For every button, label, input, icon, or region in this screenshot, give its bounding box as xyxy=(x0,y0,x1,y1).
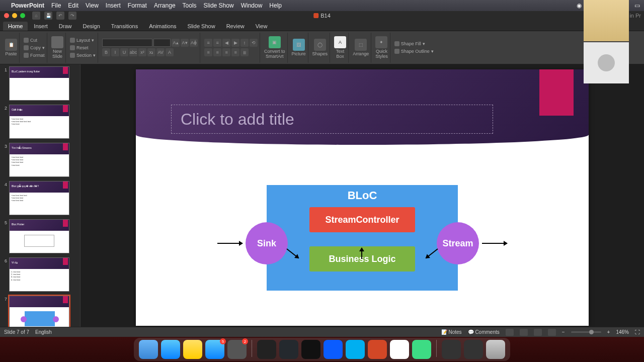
terminal-icon[interactable] xyxy=(301,340,320,359)
format-painter-button[interactable]: Format xyxy=(24,52,45,59)
zoom-level[interactable]: 146% xyxy=(616,329,629,335)
increase-indent-button[interactable]: ▶ xyxy=(231,39,239,47)
convert-smartart-icon[interactable]: ▣ xyxy=(269,36,281,48)
slide-thumbnail-5[interactable]: Bloc Flutter xyxy=(9,219,69,253)
slide-thumbnail-1[interactable]: BLoC pattern trong flutter xyxy=(9,66,69,101)
arrow-in[interactable] xyxy=(217,243,243,244)
language-indicator[interactable]: English xyxy=(35,329,52,335)
slide-thumbnail-3[interactable]: Tìm hiểu Streams• text text text• text t… xyxy=(9,143,69,177)
zoom-out-button[interactable]: − xyxy=(562,329,565,335)
menu-view[interactable]: View xyxy=(86,2,99,9)
sorter-view-button[interactable] xyxy=(520,329,528,336)
menu-help[interactable]: Help xyxy=(269,2,282,9)
home-icon[interactable]: ⌂ xyxy=(32,12,40,20)
columns-button[interactable]: ⫼ xyxy=(240,48,249,56)
italic-button[interactable]: I xyxy=(111,48,119,56)
slide-thumbnail-6[interactable]: Ví dụ1. text text2. text text3. text tex… xyxy=(9,257,69,292)
comments-button[interactable]: 💬 Comments xyxy=(468,329,500,335)
bullets-button[interactable]: ≡ xyxy=(204,39,212,47)
layout-button[interactable]: Layout ▾ xyxy=(70,37,96,44)
sink-circle[interactable]: Sink xyxy=(246,222,288,264)
minimize-window-button[interactable] xyxy=(12,13,17,18)
appstore-icon[interactable]: 5 xyxy=(205,340,224,359)
status-icon[interactable]: ◉ xyxy=(577,2,582,9)
tab-draw[interactable]: Draw xyxy=(54,22,77,31)
menu-slideshow[interactable]: Slide Show xyxy=(204,2,234,9)
notes-button[interactable]: 📝 Notes xyxy=(441,329,462,335)
slide-thumbnail-2[interactable]: Giới thiệu• text text text• text text te… xyxy=(9,105,69,139)
tab-insert[interactable]: Insert xyxy=(29,22,53,31)
font-color-button[interactable]: A xyxy=(166,48,174,56)
shapes-icon[interactable]: ◯ xyxy=(314,39,326,51)
align-center-button[interactable]: ≡ xyxy=(213,48,221,56)
fit-window-button[interactable]: ⛶ xyxy=(635,329,640,335)
zoom-icon[interactable] xyxy=(324,340,343,359)
reading-view-button[interactable] xyxy=(534,329,542,336)
shape-fill-button[interactable]: Shape Fill ▾ xyxy=(394,40,434,47)
tab-transitions[interactable]: Transitions xyxy=(106,22,143,31)
battery-icon[interactable]: ▭ xyxy=(634,2,640,9)
decrease-font-icon[interactable]: A▾ xyxy=(181,39,189,47)
numbering-button[interactable]: ≡ xyxy=(213,39,221,47)
menu-file[interactable]: File xyxy=(51,2,61,9)
copy-button[interactable]: Copy ▾ xyxy=(24,44,45,51)
tab-animations[interactable]: Animations xyxy=(144,22,181,31)
picture-icon[interactable]: 🖼 xyxy=(293,39,305,51)
reset-button[interactable]: Reset xyxy=(70,44,96,51)
align-left-button[interactable]: ≡ xyxy=(204,48,212,56)
bloc-diagram[interactable]: BLoC StreamController Business Logic Sin… xyxy=(254,185,470,291)
settings-icon[interactable]: 2 xyxy=(227,340,247,359)
bold-button[interactable]: B xyxy=(102,48,110,56)
arrow-out[interactable] xyxy=(482,243,507,244)
justify-button[interactable]: ≡ xyxy=(231,48,239,56)
arrow-up[interactable] xyxy=(361,248,362,259)
arrow-diag-1[interactable] xyxy=(286,248,299,258)
activity-monitor-icon[interactable] xyxy=(257,340,276,359)
slide-canvas[interactable]: Click to add title BLoC StreamController… xyxy=(80,64,644,327)
menu-format[interactable]: Format xyxy=(128,2,147,9)
slide-accent-shape[interactable] xyxy=(539,69,574,116)
normal-view-button[interactable] xyxy=(506,329,514,336)
shape-outline-button[interactable]: Shape Outline ▾ xyxy=(394,48,434,55)
close-window-button[interactable] xyxy=(4,13,9,18)
stream-controller-box[interactable]: StreamController xyxy=(309,207,415,232)
menu-edit[interactable]: Edit xyxy=(68,2,78,9)
zoom-in-button[interactable]: + xyxy=(607,329,610,335)
dock-folder-1[interactable] xyxy=(442,340,461,359)
arrow-diag-2[interactable] xyxy=(426,248,438,258)
align-right-button[interactable]: ≡ xyxy=(222,48,230,56)
increase-font-icon[interactable]: A▴ xyxy=(172,39,180,47)
tab-design[interactable]: Design xyxy=(78,22,105,31)
undo-icon[interactable]: ↶ xyxy=(56,12,64,20)
clear-format-icon[interactable]: Aϕ xyxy=(190,39,198,47)
chrome-icon[interactable] xyxy=(390,340,409,359)
line-spacing-button[interactable]: ↕ xyxy=(240,39,249,47)
title-placeholder[interactable]: Click to add title xyxy=(171,105,493,134)
github-icon[interactable] xyxy=(279,340,298,359)
menu-insert[interactable]: Insert xyxy=(106,2,121,9)
strikethrough-button[interactable]: abc xyxy=(129,48,137,56)
decrease-indent-button[interactable]: ◀ xyxy=(222,39,230,47)
app-name[interactable]: PowerPoint xyxy=(11,2,44,9)
redo-icon[interactable]: ↷ xyxy=(68,12,76,20)
zoom-slider[interactable] xyxy=(571,331,601,333)
current-slide[interactable]: Click to add title BLoC StreamController… xyxy=(136,69,589,326)
subscript-button[interactable]: x₂ xyxy=(147,48,155,56)
quick-styles-icon[interactable]: ✦ xyxy=(375,36,387,48)
textbox-icon[interactable]: A xyxy=(334,36,346,48)
underline-button[interactable]: U xyxy=(120,48,128,56)
trash-icon[interactable] xyxy=(486,340,505,359)
skype-icon[interactable] xyxy=(346,340,365,359)
tab-review[interactable]: Review xyxy=(221,22,250,31)
tab-home[interactable]: Home xyxy=(3,22,28,31)
superscript-button[interactable]: x² xyxy=(138,48,146,56)
menu-window[interactable]: Window xyxy=(241,2,263,9)
notes-icon[interactable] xyxy=(183,340,202,359)
stream-circle[interactable]: Stream xyxy=(437,222,479,264)
android-studio-icon[interactable] xyxy=(412,340,431,359)
save-icon[interactable]: 💾 xyxy=(44,12,52,20)
highlight-button[interactable]: AV xyxy=(156,48,165,56)
text-direction-button[interactable]: ⟲ xyxy=(250,39,258,47)
new-slide-icon[interactable] xyxy=(51,36,63,48)
cut-button[interactable]: Cut xyxy=(24,37,45,44)
